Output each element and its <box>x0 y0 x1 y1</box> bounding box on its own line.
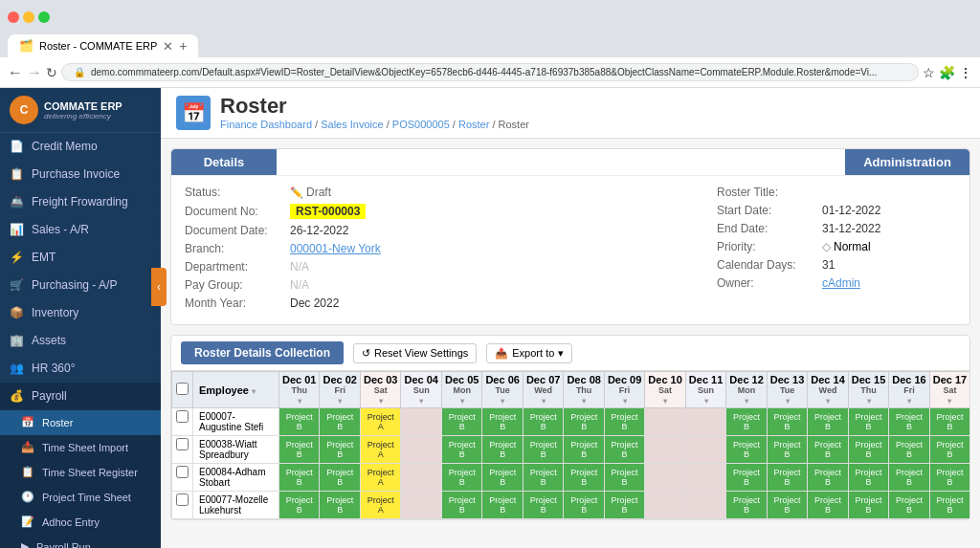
dec09-filter-icon[interactable]: ▾ <box>623 397 627 406</box>
dec14-filter-icon[interactable]: ▾ <box>826 397 830 406</box>
collapse-sidebar-button[interactable]: ‹ <box>151 268 167 306</box>
roster-cell[interactable]: Project B <box>848 436 888 464</box>
roster-cell[interactable]: Project B <box>320 492 360 519</box>
dec03-filter-icon[interactable]: ▾ <box>379 397 383 406</box>
header-dec17[interactable]: Dec 17 Sat ▾ <box>929 372 969 408</box>
roster-cell[interactable]: Project B <box>767 408 807 436</box>
reset-view-button[interactable]: ↺ Reset View Settings <box>353 343 477 363</box>
dec15-filter-icon[interactable]: ▾ <box>867 397 871 406</box>
row-checkbox[interactable] <box>176 410 189 423</box>
roster-cell[interactable]: Project B <box>564 464 604 492</box>
header-dec04[interactable]: Dec 04 Sun ▾ <box>401 372 441 408</box>
header-dec11[interactable]: Dec 11 Sun ▾ <box>685 372 725 408</box>
sidebar-item-inventory[interactable]: 📦 Inventory <box>0 299 161 327</box>
roster-cell[interactable]: Project B <box>564 436 604 464</box>
roster-cell[interactable]: Project B <box>604 436 644 464</box>
url-bar[interactable]: demo.commmateerp.com/Default.aspx#ViewID… <box>91 67 877 77</box>
sidebar-item-purchase-invoice[interactable]: 📋 Purchase Invoice <box>0 161 161 188</box>
sidebar-sub-roster[interactable]: 📅 Roster <box>0 410 161 435</box>
dec02-filter-icon[interactable]: ▾ <box>338 397 342 406</box>
dec07-filter-icon[interactable]: ▾ <box>542 397 546 406</box>
row-checkbox[interactable] <box>176 438 189 450</box>
select-all-checkbox[interactable] <box>176 383 189 395</box>
roster-cell[interactable]: Project B <box>320 436 360 464</box>
roster-cell[interactable]: Project B <box>726 408 767 436</box>
dec04-filter-icon[interactable]: ▾ <box>419 397 423 406</box>
dec16-filter-icon[interactable]: ▾ <box>907 397 911 406</box>
roster-cell[interactable] <box>401 464 441 492</box>
header-dec05[interactable]: Dec 05 Mon ▾ <box>441 372 481 408</box>
roster-cell[interactable] <box>645 464 685 492</box>
header-dec13[interactable]: Dec 13 Tue ▾ <box>767 372 807 408</box>
roster-cell[interactable]: Project B <box>889 408 929 436</box>
roster-cell[interactable]: Project B <box>279 464 320 492</box>
sidebar-item-payroll[interactable]: 💰 Payroll <box>0 383 161 410</box>
header-dec10[interactable]: Dec 10 Sat ▾ <box>645 372 685 408</box>
roster-cell[interactable]: Project B <box>808 408 848 436</box>
roster-cell[interactable]: Project B <box>279 408 320 436</box>
roster-cell[interactable] <box>685 464 725 492</box>
roster-cell[interactable]: Project B <box>604 492 644 519</box>
dec17-filter-icon[interactable]: ▾ <box>947 397 951 406</box>
header-dec08[interactable]: Dec 08 Thu ▾ <box>564 372 604 408</box>
header-dec16[interactable]: Dec 16 Fri ▾ <box>889 372 929 408</box>
header-employee[interactable]: Employee ▾ <box>193 372 279 408</box>
breadcrumb-finance[interactable]: Finance Dashboard <box>220 119 312 130</box>
sidebar-sub-timesheet-register[interactable]: 📋 Time Sheet Register <box>0 460 161 485</box>
menu-icon[interactable]: ⋮ <box>959 65 972 80</box>
header-dec02[interactable]: Dec 02 Fri ▾ <box>320 372 360 408</box>
roster-cell[interactable] <box>685 492 725 519</box>
dec13-filter-icon[interactable]: ▾ <box>786 397 790 406</box>
browser-tab[interactable]: 🗂️ Roster - COMMATE ERP ✕ + <box>8 34 198 57</box>
employee-filter-icon[interactable]: ▾ <box>252 387 256 396</box>
dec05-filter-icon[interactable]: ▾ <box>460 397 464 406</box>
breadcrumb-pos[interactable]: POS000005 <box>392 119 450 130</box>
sidebar-item-hr[interactable]: 👥 HR 360° <box>0 355 161 383</box>
roster-cell[interactable]: Project B <box>441 492 481 519</box>
roster-cell[interactable]: Project B <box>767 464 807 492</box>
roster-cell[interactable]: Project B <box>441 436 481 464</box>
header-dec07[interactable]: Dec 07 Wed ▾ <box>523 372 563 408</box>
roster-cell[interactable]: Project B <box>441 464 481 492</box>
dec12-filter-icon[interactable]: ▾ <box>745 397 748 406</box>
dec10-filter-icon[interactable]: ▾ <box>663 397 667 406</box>
new-tab-icon[interactable]: + <box>179 38 187 54</box>
breadcrumb-sales-invoice[interactable]: Sales Invoice <box>321 119 383 130</box>
roster-cell[interactable]: Project A <box>360 408 400 436</box>
extensions-icon[interactable]: 🧩 <box>939 65 955 80</box>
roster-cell[interactable]: Project B <box>726 464 767 492</box>
roster-cell[interactable] <box>685 408 725 436</box>
roster-cell[interactable]: Project B <box>482 436 523 464</box>
sidebar-item-sales[interactable]: 📊 Sales - A/R <box>0 216 161 244</box>
roster-cell[interactable] <box>401 492 441 519</box>
dec11-filter-icon[interactable]: ▾ <box>704 397 708 406</box>
roster-cell[interactable]: Project A <box>360 436 400 464</box>
roster-cell[interactable]: Project B <box>279 436 320 464</box>
roster-cell[interactable]: Project B <box>929 436 969 464</box>
roster-cell[interactable]: Project B <box>848 464 888 492</box>
roster-cell[interactable]: Project B <box>523 408 563 436</box>
employee-cell[interactable]: E00084-Adham Stobart <box>193 464 279 492</box>
roster-cell[interactable]: Project B <box>320 408 360 436</box>
roster-cell[interactable]: Project B <box>279 492 320 519</box>
roster-cell[interactable]: Project B <box>808 492 848 519</box>
branch-value[interactable]: 000001-New York <box>290 242 381 255</box>
close-icon[interactable]: ✕ <box>163 39 173 54</box>
roster-cell[interactable]: Project B <box>848 408 888 436</box>
roster-cell[interactable]: Project B <box>523 436 563 464</box>
back-button[interactable]: ← <box>8 64 23 81</box>
header-dec06[interactable]: Dec 06 Tue ▾ <box>482 372 523 408</box>
row-checkbox[interactable] <box>176 493 189 506</box>
roster-cell[interactable] <box>685 436 725 464</box>
roster-cell[interactable] <box>645 436 685 464</box>
roster-cell[interactable]: Project B <box>848 492 888 519</box>
header-dec12[interactable]: Dec 12 Mon ▾ <box>726 372 767 408</box>
sidebar-item-credit-memo[interactable]: 📄 Credit Memo <box>0 133 161 161</box>
header-dec01[interactable]: Dec 01 Thu ▾ <box>279 372 320 408</box>
roster-cell[interactable]: Project B <box>889 436 929 464</box>
sidebar-sub-timesheet-import[interactable]: 📥 Time Sheet Import <box>0 435 161 460</box>
roster-cell[interactable]: Project B <box>767 492 807 519</box>
roster-cell[interactable]: Project B <box>482 408 523 436</box>
row-checkbox[interactable] <box>176 466 189 478</box>
export-button[interactable]: 📤 Export to ▾ <box>486 343 572 363</box>
